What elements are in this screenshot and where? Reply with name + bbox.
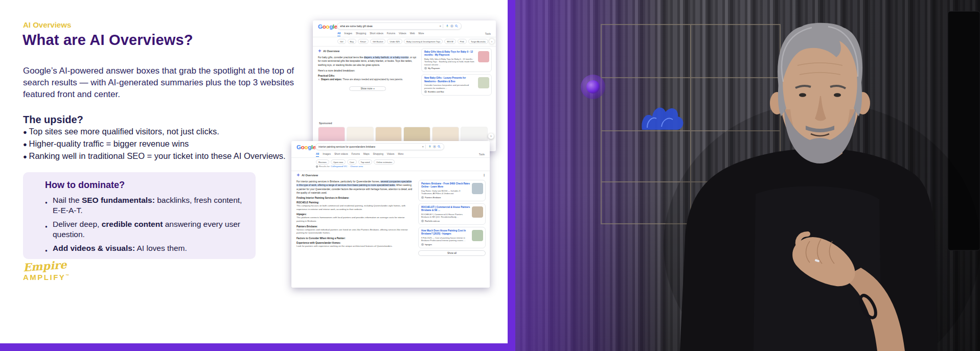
results-tab[interactable]: All — [316, 153, 319, 157]
filter-chip[interactable]: Reviews — [316, 159, 329, 165]
ai-section-heading: ROCHELE Painting: — [297, 201, 413, 204]
clear-icon[interactable]: × — [422, 145, 424, 148]
choose-area-link[interactable]: Choose area — [350, 165, 363, 168]
ad-source: My Playroom — [424, 67, 476, 69]
search-query[interactable]: interior painting services for queenslan… — [318, 146, 420, 148]
ad-title[interactable]: Baby Gifts Idea & Baby Toys for Baby 0 -… — [424, 51, 476, 57]
more-options-icon[interactable]: ⋮ — [483, 173, 486, 177]
search-icon[interactable] — [438, 145, 441, 148]
show-all-button[interactable]: Show all — [418, 250, 486, 256]
ai-section-body: This platform connects homeowners with l… — [297, 216, 413, 223]
sponsored-card[interactable]: Baby Gifts Idea & Baby Toys for Baby 0 -… — [421, 48, 492, 72]
results-tab[interactable]: Forums — [387, 32, 395, 36]
location-link[interactable]: Collingwood VIC — [331, 165, 347, 168]
ai-section-body: Various companies and individual painter… — [297, 228, 413, 235]
upside-heading: The upside? — [23, 114, 83, 126]
results-tab[interactable]: Shopping — [356, 32, 366, 36]
results-tab[interactable]: Videos — [387, 153, 395, 157]
result-title[interactable]: ROCHELE® | Commercial & House Painters B… — [421, 206, 470, 212]
ai-overview-paragraph: For baby gifts, consider practical items… — [318, 56, 417, 67]
eye — [799, 93, 806, 97]
result-card[interactable]: ROCHELE® | Commercial & House Painters B… — [418, 203, 486, 225]
result-cards: Painters Brisbane - From $400 Check Rate… — [418, 180, 486, 256]
ai-section: Hipages: This platform connects homeowne… — [297, 213, 413, 223]
tools-button[interactable]: Tools — [479, 153, 485, 156]
chips-scroll-arrow[interactable]: › — [489, 39, 494, 44]
result-title[interactable]: How Much Does House Painting Cost In Bri… — [421, 229, 470, 236]
intro-text: Google’s AI-powered answer boxes that gr… — [23, 65, 305, 100]
tools-button[interactable]: Tools — [485, 33, 491, 35]
eye — [834, 93, 841, 97]
filter-chip[interactable]: Target Australia — [468, 39, 488, 44]
show-more-button[interactable]: Show more▾ — [349, 86, 386, 91]
empire-amplify-logo: Empire AMPLIFY™ — [23, 260, 69, 282]
lens-icon[interactable] — [450, 25, 453, 28]
logo-script-text: Empire — [22, 258, 70, 274]
results-tab[interactable]: Short videos — [334, 153, 348, 157]
result-source: Painters Brisbane — [421, 196, 470, 199]
sponsored-card[interactable]: New Baby Gifts - Luxury Presents for New… — [421, 74, 492, 96]
next-products-button[interactable]: › — [488, 133, 494, 139]
results-tab[interactable]: All — [337, 32, 340, 36]
search-box[interactable]: what are some baby gift ideas × — [337, 22, 462, 30]
filter-chip[interactable]: Baby Learning & Development Toys — [404, 39, 443, 44]
filter-chip[interactable]: Gift Basket — [370, 39, 385, 44]
chevron-down-icon: ▾ — [374, 87, 375, 90]
location-icon — [316, 166, 318, 168]
google-screenshot-baby-gifts: Google what are some baby gift ideas × A… — [313, 20, 496, 151]
ad-title[interactable]: New Baby Gifts - Luxury Presents for New… — [424, 77, 476, 83]
clear-icon[interactable]: × — [439, 25, 441, 28]
results-tab[interactable]: Web — [410, 32, 415, 36]
ai-text-segment: diapers, a baby bathtub, or a baby monit… — [364, 56, 409, 59]
upside-bullet: Top sites see more qualified visitors, n… — [23, 126, 286, 138]
filter-chip[interactable]: Boy — [348, 39, 356, 44]
results-tab[interactable]: Images — [344, 32, 352, 36]
practical-bullet: Diapers and wipes: These are always need… — [318, 78, 417, 82]
result-description: ROCHELE® | Commercial & House Painters B… — [421, 213, 470, 219]
mic-icon[interactable] — [428, 145, 431, 148]
dominate-bullet: Deliver deep, credible content answering… — [53, 219, 243, 240]
results-tab[interactable]: More — [398, 153, 403, 157]
mic-icon[interactable] — [446, 25, 449, 28]
results-tab[interactable]: Images — [323, 153, 331, 157]
filter-chip[interactable]: Under $25 — [387, 39, 402, 44]
result-card[interactable]: How Much Does House Painting Cost In Bri… — [418, 227, 486, 248]
results-tab[interactable]: Short videos — [370, 32, 383, 36]
upside-bullet: Higher-quality traffic = bigger revenue … — [23, 138, 286, 150]
filter-chip[interactable]: BIG W — [444, 39, 455, 44]
dominate-box: How to dominate? Nail the SEO fundamenta… — [23, 172, 256, 259]
result-card[interactable]: Painters Brisbane - From $400 Check Rate… — [418, 180, 486, 201]
ai-overview-paragraph: For interior painting services in Brisba… — [297, 180, 413, 195]
results-tab[interactable]: Forums — [352, 153, 360, 157]
lens-icon[interactable] — [433, 145, 436, 148]
filter-chips: ReviewsOpen nowCostTop ratedOnline estim… — [316, 159, 483, 165]
ai-section-heading: Experience with Queenslander Homes: — [297, 242, 413, 244]
filter-chip[interactable]: Open now — [331, 159, 346, 165]
filter-chip[interactable]: Top rated — [358, 159, 372, 165]
google-logo: Google — [297, 144, 316, 150]
favicon — [424, 90, 427, 93]
search-box[interactable]: interior painting services for queenslan… — [315, 143, 444, 150]
search-query[interactable]: what are some baby gift ideas — [340, 25, 438, 28]
breakdown-line: Here’s a more detailed breakdown: — [318, 69, 417, 73]
ai-section: ROCHELE Painting: This company focuses o… — [297, 201, 413, 211]
ad-description: Consider luxurious keepsakes and persona… — [424, 84, 476, 89]
filter-chip[interactable]: Girl — [337, 39, 346, 44]
results-tab[interactable]: Maps — [363, 153, 370, 157]
ad-source: Bumbles and Boo — [424, 90, 476, 93]
presenter-video-panel — [515, 0, 980, 351]
results-tab[interactable]: Shopping — [373, 153, 383, 157]
results-tab[interactable]: More — [418, 32, 424, 36]
filter-chip[interactable]: Online estimates — [374, 159, 395, 165]
filter-chip[interactable]: Kmart — [358, 39, 369, 44]
google-logo-letter: G — [318, 24, 323, 30]
ai-section: Experience with Queenslander Homes: Look… — [297, 242, 413, 248]
purple-orb-decor — [581, 75, 605, 99]
filter-chip[interactable]: Cost — [347, 159, 357, 165]
results-tab[interactable]: Videos — [399, 32, 406, 36]
filter-chip[interactable]: Pink — [458, 39, 467, 44]
search-icon[interactable] — [455, 25, 458, 28]
separator — [443, 24, 443, 28]
result-title[interactable]: Painters Brisbane - From $400 Check Rate… — [421, 182, 470, 189]
ai-overview-icon — [297, 173, 300, 177]
